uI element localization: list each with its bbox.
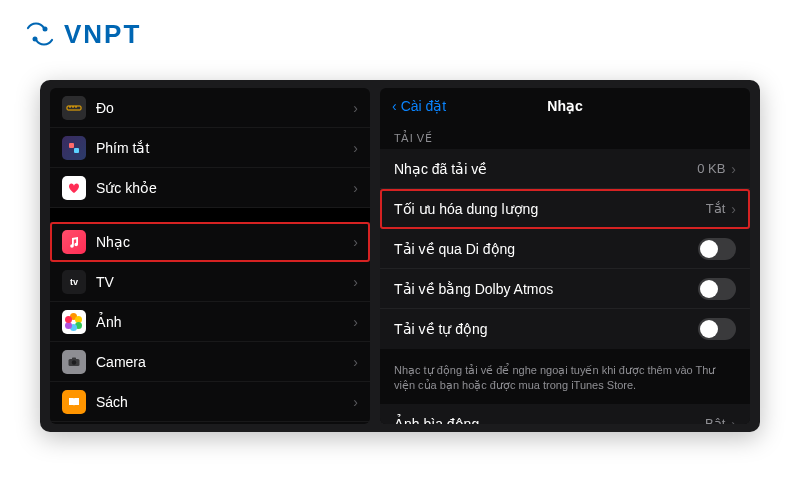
row-label: Tải về bằng Dolby Atmos (394, 281, 698, 297)
health-icon (62, 176, 86, 200)
row-label: Sức khỏe (96, 180, 353, 196)
row-label: TV (96, 274, 353, 290)
chevron-right-icon: › (731, 161, 736, 177)
svg-rect-2 (67, 106, 81, 110)
downloads-footer-text: Nhạc tự động tải về để nghe ngoại tuyến … (380, 357, 750, 404)
row-downloaded-music[interactable]: Nhạc đã tải về 0 KB › (380, 149, 750, 189)
svg-rect-7 (74, 148, 79, 153)
row-label: Phím tắt (96, 140, 353, 156)
row-label: Tối ưu hóa dung lượng (394, 201, 706, 217)
chevron-right-icon: › (353, 354, 358, 370)
group-separator (50, 208, 370, 222)
row-label: Sách (96, 394, 353, 410)
settings-row-measure[interactable]: Đo › (50, 88, 370, 128)
row-label: Tải về tự động (394, 321, 698, 337)
measure-icon (62, 96, 86, 120)
row-label: Đo (96, 100, 353, 116)
chevron-right-icon: › (731, 201, 736, 217)
chevron-right-icon: › (353, 100, 358, 116)
navbar: ‹ Cài đặt Nhạc (380, 88, 750, 124)
row-download-atmos[interactable]: Tải về bằng Dolby Atmos (380, 269, 750, 309)
back-button[interactable]: ‹ Cài đặt (392, 98, 446, 114)
chevron-right-icon: › (353, 180, 358, 196)
books-icon (62, 390, 86, 414)
vnpt-logo-text: VNPT (64, 19, 141, 50)
row-label: Ảnh bìa động (394, 416, 705, 424)
vnpt-logo-mark (24, 18, 56, 50)
svg-point-1 (33, 37, 38, 42)
tv-icon: tv (62, 270, 86, 294)
chevron-right-icon: › (353, 274, 358, 290)
chevron-right-icon: › (353, 314, 358, 330)
back-label: Cài đặt (401, 98, 447, 114)
shortcuts-icon (62, 136, 86, 160)
row-animated-cover[interactable]: Ảnh bìa động Bật › (380, 404, 750, 424)
svg-point-0 (43, 27, 48, 32)
music-settings-panel: ‹ Cài đặt Nhạc TẢI VỀ Nhạc đã tải về 0 K… (380, 88, 750, 424)
display-group: Ảnh bìa động Bật › (380, 404, 750, 424)
music-icon (62, 230, 86, 254)
vnpt-logo: VNPT (24, 18, 141, 50)
settings-row-podcasts[interactable]: Podcast › (50, 422, 370, 424)
settings-left-panel: Đo › Phím tắt › Sức khỏe › Nhạc › tv (50, 88, 370, 424)
screenshot-stage: Đo › Phím tắt › Sức khỏe › Nhạc › tv (40, 80, 760, 432)
svg-rect-6 (69, 143, 74, 148)
settings-row-camera[interactable]: Camera › (50, 342, 370, 382)
settings-row-tv[interactable]: tv TV › (50, 262, 370, 302)
settings-row-shortcuts[interactable]: Phím tắt › (50, 128, 370, 168)
settings-row-photos[interactable]: Ảnh › (50, 302, 370, 342)
row-label: Nhạc đã tải về (394, 161, 697, 177)
settings-row-health[interactable]: Sức khỏe › (50, 168, 370, 208)
settings-row-books[interactable]: Sách › (50, 382, 370, 422)
photos-icon (62, 310, 86, 334)
chevron-right-icon: › (353, 234, 358, 250)
row-value: 0 KB (697, 161, 725, 176)
row-value: Tắt (706, 201, 726, 216)
downloads-group: Nhạc đã tải về 0 KB › Tối ưu hóa dung lư… (380, 149, 750, 349)
row-optimize-storage[interactable]: Tối ưu hóa dung lượng Tắt › (380, 189, 750, 229)
svg-point-9 (72, 360, 76, 364)
chevron-right-icon: › (353, 140, 358, 156)
settings-row-music[interactable]: Nhạc › (50, 222, 370, 262)
toggle-atmos[interactable] (698, 278, 736, 300)
row-label: Nhạc (96, 234, 353, 250)
chevron-right-icon: › (731, 416, 736, 424)
row-auto-download[interactable]: Tải về tự động (380, 309, 750, 349)
svg-rect-10 (72, 357, 76, 359)
section-header-downloads: TẢI VỀ (380, 124, 750, 149)
camera-icon (62, 350, 86, 374)
row-value: Bật (705, 416, 725, 424)
toggle-auto[interactable] (698, 318, 736, 340)
chevron-left-icon: ‹ (392, 98, 397, 114)
row-label: Ảnh (96, 314, 353, 330)
nav-title: Nhạc (547, 98, 582, 114)
row-label: Tải về qua Di động (394, 241, 698, 257)
row-label: Camera (96, 354, 353, 370)
toggle-cellular[interactable] (698, 238, 736, 260)
row-download-cellular[interactable]: Tải về qua Di động (380, 229, 750, 269)
chevron-right-icon: › (353, 394, 358, 410)
